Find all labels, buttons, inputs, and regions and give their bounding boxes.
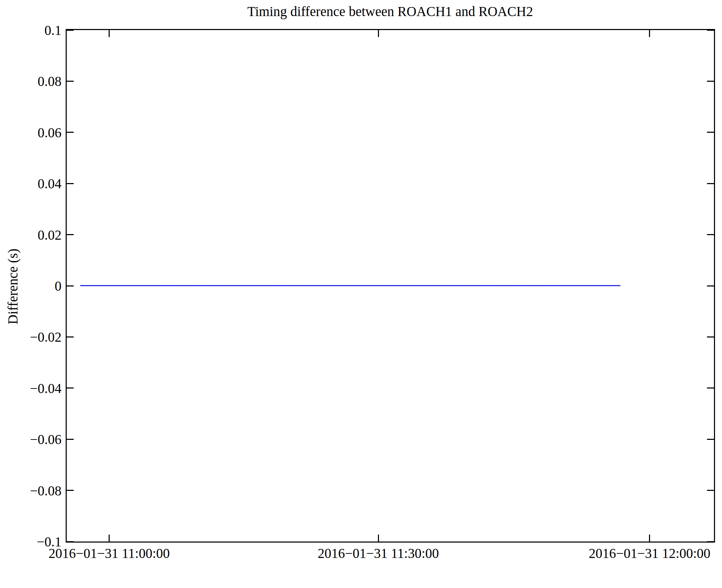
y-tick-label: −0.02 (0, 330, 61, 344)
y-tick-mark-left (67, 132, 74, 133)
y-tick-mark-right (707, 234, 714, 235)
x-tick-mark-top (378, 30, 379, 37)
y-tick-mark-right (707, 336, 714, 337)
x-tick-mark-top (649, 30, 650, 37)
y-tick-mark-left (67, 387, 74, 389)
x-tick-mark-bottom (109, 535, 110, 542)
chart-title: Timing difference between ROACH1 and ROA… (247, 3, 533, 19)
y-tick-mark-right (707, 387, 714, 389)
y-tick-label: −0.04 (0, 381, 61, 395)
y-tick-mark-left (67, 541, 74, 542)
x-tick-label: 2016−01−31 11:00:00 (49, 546, 170, 561)
y-tick-label: −0.06 (0, 433, 61, 446)
x-tick-label: 2016−01−31 12:00:00 (589, 546, 710, 561)
y-tick-mark-right (707, 30, 714, 31)
x-tick-mark-bottom (378, 535, 379, 542)
y-tick-mark-right (707, 541, 714, 542)
figure-canvas: Timing difference between ROACH1 and ROA… (0, 0, 722, 588)
y-tick-label: 0.02 (0, 228, 61, 241)
x-tick-mark-top (109, 30, 110, 37)
y-tick-label: 0.06 (0, 125, 61, 139)
y-tick-mark-left (67, 81, 74, 82)
y-tick-label: 0.04 (0, 177, 61, 190)
y-tick-mark-left (67, 183, 74, 184)
y-tick-mark-left (67, 490, 74, 491)
y-tick-label: 0.08 (0, 74, 61, 88)
y-tick-mark-right (707, 490, 714, 491)
y-tick-mark-right (707, 439, 714, 440)
y-tick-mark-right (707, 132, 714, 133)
y-tick-mark-left (67, 285, 74, 286)
y-tick-label: −0.08 (0, 484, 61, 497)
y-tick-mark-left (67, 439, 74, 440)
y-tick-mark-left (67, 336, 74, 337)
y-tick-label: 0.1 (0, 23, 61, 37)
y-tick-mark-left (67, 30, 74, 31)
y-tick-mark-left (67, 234, 74, 235)
y-tick-mark-right (707, 285, 714, 286)
timing-difference-line (80, 285, 620, 286)
x-tick-mark-bottom (649, 535, 650, 542)
plot-area (66, 29, 715, 543)
y-tick-label: 0 (0, 279, 61, 293)
y-tick-mark-right (707, 183, 714, 184)
y-tick-mark-right (707, 81, 714, 82)
x-tick-label: 2016−01−31 11:30:00 (318, 546, 439, 561)
